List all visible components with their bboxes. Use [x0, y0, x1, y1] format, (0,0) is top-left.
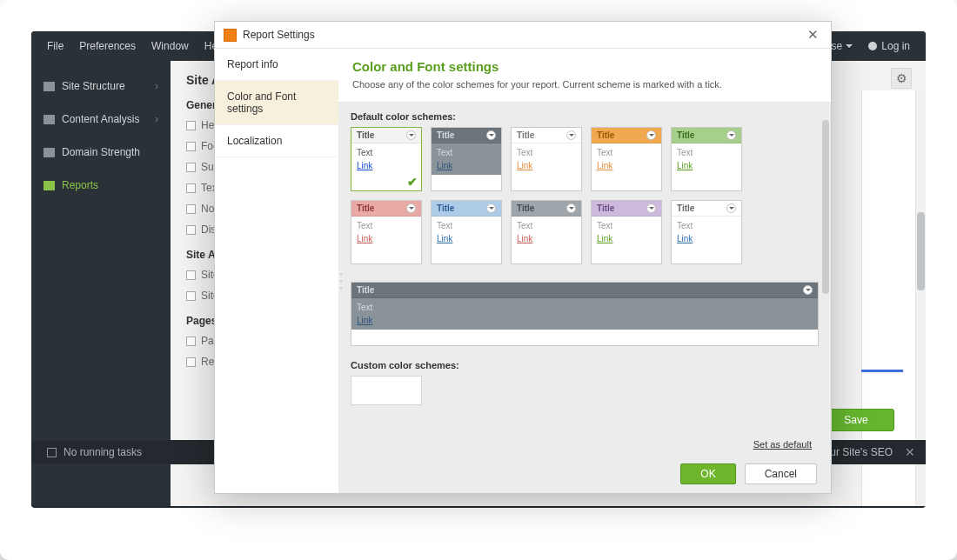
dropdown-icon[interactable] [646, 203, 656, 213]
progress-indicator [861, 370, 903, 372]
custom-scheme-placeholder[interactable] [351, 376, 422, 405]
swatch-body: TextLink [592, 217, 661, 248]
page-icon [186, 291, 196, 301]
color-scheme-swatch[interactable]: TitleTextLink [671, 200, 742, 264]
dropdown-icon[interactable] [486, 130, 496, 140]
swatch-body: TextLink [672, 217, 741, 248]
swatch-text-label: Text [677, 148, 736, 157]
chevron-down-icon [846, 44, 853, 48]
swatch-text-label: Text [357, 221, 416, 230]
color-scheme-swatch[interactable]: TitleTextLink [431, 200, 502, 264]
reports-icon [44, 181, 55, 190]
content-heading: Color and Font settings [352, 59, 817, 74]
analysis-icon [44, 115, 55, 124]
content-subtitle: Choose any of the color schemes for your… [352, 79, 817, 90]
swatch-body: TextLink [351, 298, 818, 330]
swatch-title-label: Title [597, 203, 614, 213]
swatch-title-label: Title [517, 203, 534, 213]
set-as-default-link[interactable]: Set as default [753, 439, 812, 450]
color-scheme-swatch[interactable]: TitleTextLink [591, 127, 662, 191]
tab-localization[interactable]: Localization [215, 125, 338, 157]
close-icon[interactable]: ✕ [804, 27, 822, 43]
swatch-title-label: Title [437, 130, 454, 140]
swatch-link-label: Link [517, 161, 576, 170]
dialog-titlebar: Report Settings ✕ [215, 22, 831, 49]
app-logo-icon [224, 29, 237, 42]
settings-button[interactable]: ⚙ [891, 68, 912, 89]
swatch-titlebar: Title [351, 283, 818, 298]
color-scheme-swatch[interactable]: TitleTextLink [351, 200, 422, 264]
page-icon [186, 121, 196, 130]
page-icon [186, 225, 196, 235]
tab-color-font[interactable]: Color and Font settings [215, 81, 338, 125]
strength-icon [44, 148, 55, 157]
cancel-button[interactable]: Cancel [745, 463, 817, 484]
page-icon [186, 163, 196, 172]
color-scheme-swatch[interactable]: TitleTextLink [511, 200, 582, 264]
dropdown-icon[interactable] [566, 203, 576, 213]
scrollbar-thumb[interactable] [917, 212, 925, 290]
swatch-title-label: Title [437, 203, 454, 213]
color-scheme-swatch[interactable]: TitleTextLink [671, 127, 742, 191]
swatch-text-label: Text [597, 148, 656, 157]
sidebar-item-site-structure[interactable]: Site Structure› [31, 70, 171, 103]
swatch-text-label: Text [597, 221, 656, 230]
dropdown-icon[interactable] [566, 130, 576, 140]
close-icon[interactable]: ✕ [905, 445, 915, 459]
swatch-body: TextLink [351, 143, 421, 175]
swatch-titlebar: Title [432, 128, 501, 143]
swatch-link-label: Link [357, 234, 416, 243]
tab-report-info[interactable]: Report info [215, 49, 338, 81]
swatch-text-label: Text [437, 148, 496, 157]
toast-notification: our Site's SEO✕ [825, 440, 915, 464]
swatch-link-label: Link [517, 234, 576, 243]
gear-icon: ⚙ [896, 71, 907, 85]
swatch-title-label: Title [677, 130, 694, 140]
swatch-title-label: Title [517, 130, 534, 140]
swatch-body: TextLink [432, 217, 501, 248]
color-scheme-grid: TitleTextLink✔TitleTextLinkTitleTextLink… [351, 127, 819, 346]
schemes-scroll-area[interactable]: Default color schemes: TitleTextLink✔Tit… [338, 103, 831, 458]
swatch-title-label: Title [357, 285, 374, 295]
swatch-link-label: Link [357, 161, 416, 170]
dropdown-icon[interactable] [646, 130, 656, 140]
menu-file[interactable]: File [47, 40, 64, 52]
swatch-title-label: Title [677, 203, 694, 213]
login-button[interactable]: Log in [868, 40, 910, 52]
resize-grip[interactable] [338, 270, 344, 291]
dropdown-icon[interactable] [486, 203, 496, 213]
swatch-title-label: Title [357, 203, 374, 213]
dropdown-icon[interactable] [406, 203, 416, 213]
swatch-body: TextLink [672, 143, 741, 175]
color-scheme-swatch[interactable]: TitleTextLink [591, 200, 662, 264]
chevron-right-icon: › [155, 113, 158, 125]
swatch-body: TextLink [351, 217, 421, 248]
swatch-titlebar: Title [592, 201, 661, 217]
dialog-title: Report Settings [243, 29, 315, 41]
sidebar-item-content-analysis[interactable]: Content Analysis› [31, 103, 171, 136]
sidebar-item-reports[interactable]: Reports [31, 169, 171, 202]
scrollbar-thumb[interactable] [822, 120, 829, 294]
dropdown-icon[interactable] [726, 130, 736, 140]
color-scheme-swatch[interactable]: TitleTextLink [431, 127, 502, 191]
swatch-text-label: Text [517, 148, 576, 157]
report-settings-dialog: Report Settings ✕ Report info Color and … [214, 21, 832, 494]
dropdown-icon[interactable] [726, 203, 736, 213]
swatch-titlebar: Title [672, 201, 741, 217]
custom-schemes-label: Custom color schemes: [351, 360, 819, 370]
swatch-title-label: Title [597, 130, 614, 140]
avatar-icon [868, 42, 877, 50]
menu-preferences[interactable]: Preferences [79, 40, 136, 52]
sidebar-item-domain-strength[interactable]: Domain Strength [31, 136, 171, 169]
color-scheme-swatch[interactable]: TitleTextLink [351, 282, 819, 346]
swatch-titlebar: Title [512, 201, 581, 217]
swatch-text-label: Text [357, 303, 813, 312]
ok-button[interactable]: OK [680, 463, 735, 484]
color-scheme-swatch[interactable]: TitleTextLink✔ [351, 127, 422, 191]
swatch-titlebar: Title [351, 128, 421, 143]
color-scheme-swatch[interactable]: TitleTextLink [511, 127, 582, 191]
dropdown-icon[interactable] [406, 130, 416, 140]
chevron-right-icon: › [155, 80, 158, 92]
menu-window[interactable]: Window [151, 40, 189, 52]
dropdown-icon[interactable] [803, 285, 813, 295]
